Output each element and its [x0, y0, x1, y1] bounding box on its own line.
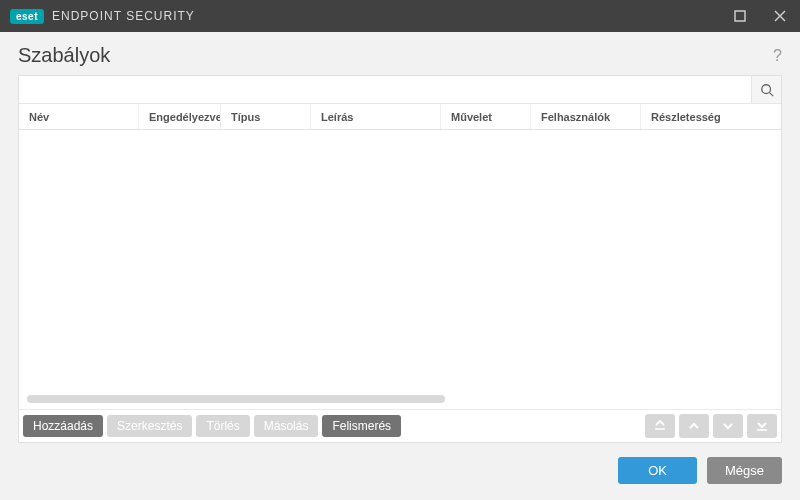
chevron-down-icon: [722, 420, 734, 432]
page-header: Szabályok ?: [0, 32, 800, 75]
rules-panel: Név Engedélyezve Típus Leírás Művelet Fe…: [18, 75, 782, 443]
move-down-button: [713, 414, 743, 438]
svg-rect-0: [735, 11, 745, 21]
search-row: [19, 76, 781, 104]
move-top-button: [645, 414, 675, 438]
move-bottom-button: [747, 414, 777, 438]
add-button[interactable]: Hozzáadás: [23, 415, 103, 437]
col-name[interactable]: Név: [19, 104, 139, 129]
minimize-icon: [734, 10, 746, 22]
app-window: eset ENDPOINT SECURITY Szabályok ? Név E…: [0, 0, 800, 500]
col-action[interactable]: Művelet: [441, 104, 531, 129]
col-type[interactable]: Típus: [221, 104, 311, 129]
horizontal-scrollbar[interactable]: [27, 395, 773, 403]
minimize-button[interactable]: [720, 0, 760, 32]
col-enabled[interactable]: Engedélyezve: [139, 104, 221, 129]
horizontal-scrollbar-thumb[interactable]: [27, 395, 445, 403]
close-icon: [774, 10, 786, 22]
col-description[interactable]: Leírás: [311, 104, 441, 129]
search-icon: [760, 83, 774, 97]
recognition-button[interactable]: Felismerés: [322, 415, 401, 437]
edit-button: Szerkesztés: [107, 415, 192, 437]
cancel-button[interactable]: Mégse: [707, 457, 782, 484]
table-body: [19, 130, 781, 409]
delete-button: Törlés: [196, 415, 249, 437]
svg-point-1: [761, 84, 770, 93]
search-button[interactable]: [751, 76, 781, 103]
footer: OK Mégse: [0, 443, 800, 500]
titlebar: eset ENDPOINT SECURITY: [0, 0, 800, 32]
page-title: Szabályok: [18, 44, 773, 67]
actions-row: Hozzáadás Szerkesztés Törlés Másolás Fel…: [19, 409, 781, 442]
col-users[interactable]: Felhasználók: [531, 104, 641, 129]
ok-button[interactable]: OK: [618, 457, 697, 484]
table-header: Név Engedélyezve Típus Leírás Művelet Fe…: [19, 104, 781, 130]
chevron-top-icon: [654, 420, 666, 432]
move-up-button: [679, 414, 709, 438]
chevron-bottom-icon: [756, 420, 768, 432]
close-button[interactable]: [760, 0, 800, 32]
copy-button: Másolás: [254, 415, 319, 437]
brand-logo: eset: [10, 9, 44, 24]
search-input[interactable]: [19, 76, 751, 103]
chevron-up-icon: [688, 420, 700, 432]
app-title: ENDPOINT SECURITY: [52, 9, 195, 23]
col-verbosity[interactable]: Részletesség: [641, 104, 781, 129]
help-button[interactable]: ?: [773, 47, 782, 65]
content-area: Név Engedélyezve Típus Leírás Művelet Fe…: [0, 75, 800, 443]
